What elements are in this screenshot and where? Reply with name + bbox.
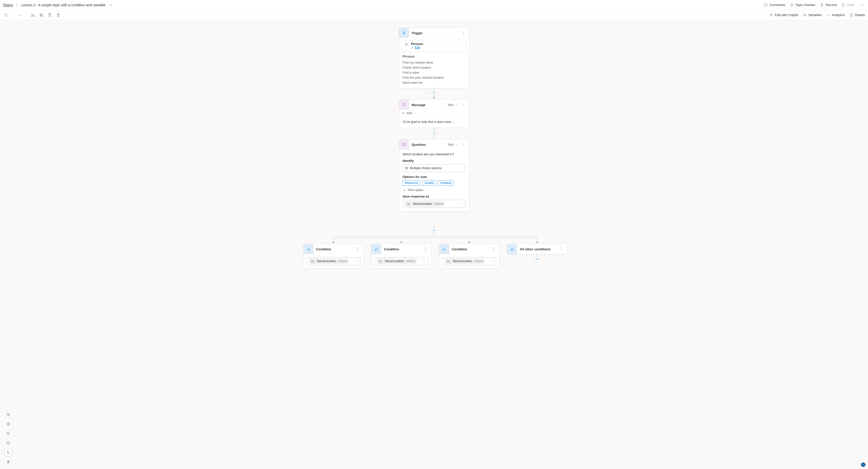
paste-button[interactable] xyxy=(47,12,53,18)
message-text[interactable]: I'd be glad to help find a store near… xyxy=(399,116,469,128)
fit-view-button[interactable] xyxy=(4,420,12,428)
top-actions: Comments Topic checker Test bot Save xyxy=(764,2,865,8)
people-chat-icon xyxy=(404,43,408,47)
separator xyxy=(12,12,13,18)
svg-point-59 xyxy=(561,249,562,249)
pan-tool-button[interactable] xyxy=(4,459,12,466)
history-dropdown[interactable] xyxy=(17,12,22,18)
cut-button[interactable] xyxy=(30,12,36,18)
node-trigger-more[interactable] xyxy=(460,30,466,35)
identify-field[interactable]: Multiple choice options xyxy=(403,164,465,172)
delete-button[interactable] xyxy=(55,12,61,18)
node-condition-title: Condition xyxy=(452,247,488,251)
svg-point-48 xyxy=(426,247,426,248)
condition-variable-field[interactable]: {x} StoreLocation choice xyxy=(306,257,360,265)
help-button[interactable]: i xyxy=(861,463,866,467)
phrase-list-heading: Phrases xyxy=(403,54,465,59)
variable-type: choice xyxy=(406,259,415,263)
add-node-button[interactable] xyxy=(534,256,540,262)
node-question-more[interactable] xyxy=(460,142,466,147)
copilot-label: Edit with Copilot xyxy=(775,13,798,17)
option-chip[interactable]: Kirkland xyxy=(438,180,453,186)
connector xyxy=(434,87,434,90)
node-condition[interactable]: Condition {x} StoreLocation choice xyxy=(439,244,499,268)
node-message[interactable]: Message Text Add I'd be glad to help fin… xyxy=(399,100,469,128)
node-other-conditions[interactable]: All other conditions xyxy=(507,244,567,254)
comments-label: Comments xyxy=(769,3,785,7)
variable-icon: {x} xyxy=(406,202,411,206)
svg-point-4 xyxy=(862,5,862,5)
node-trigger[interactable]: Trigger Phrases Edit Phrases xyxy=(399,28,469,89)
test-bot-button[interactable]: Test bot xyxy=(820,3,837,7)
select-tool-button[interactable] xyxy=(4,449,12,457)
node-condition-more[interactable] xyxy=(423,246,429,252)
option-chip[interactable]: Seattle xyxy=(422,180,436,186)
option-chip[interactable]: Redmond xyxy=(403,180,420,186)
chat-icon xyxy=(399,100,409,110)
variable-name: StoreLocation xyxy=(453,259,472,263)
node-message-more[interactable] xyxy=(460,102,466,107)
svg-line-70 xyxy=(9,434,10,435)
variable-pill: {x} StoreLocation choice xyxy=(309,258,349,264)
node-other-title: All other conditions xyxy=(520,247,556,251)
phrases-edit-link[interactable]: Edit xyxy=(411,46,423,49)
new-option-button[interactable]: New option xyxy=(403,188,465,192)
overflow-button[interactable] xyxy=(859,2,865,8)
zoom-in-button[interactable] xyxy=(4,411,12,418)
add-node-button[interactable] xyxy=(431,228,437,233)
node-header: Condition xyxy=(303,244,363,254)
message-add-label: Add xyxy=(406,111,412,115)
svg-point-41 xyxy=(307,250,308,250)
connector xyxy=(434,128,434,131)
variable-icon: {x} xyxy=(310,259,315,263)
add-node-button[interactable] xyxy=(431,90,437,95)
breadcrumb-dropdown[interactable] xyxy=(109,3,113,7)
branch-icon xyxy=(507,244,517,254)
svg-point-50 xyxy=(426,250,426,250)
copilot-button[interactable]: Edit with Copilot xyxy=(769,13,798,17)
authoring-canvas[interactable]: Trigger Phrases Edit Phrases xyxy=(220,20,648,297)
zoom-out-button[interactable] xyxy=(4,430,12,437)
condition-variable-field[interactable]: {x} StoreLocation choice xyxy=(374,257,428,265)
question-text[interactable]: Which location are you interested in? xyxy=(403,153,465,156)
analytics-button[interactable]: Analytics xyxy=(826,13,845,17)
phrases-card[interactable]: Phrases Edit xyxy=(402,40,466,52)
node-condition-more[interactable] xyxy=(491,246,497,252)
branch-icon xyxy=(439,244,450,254)
svg-point-22 xyxy=(463,103,464,104)
canvas-viewport[interactable]: Trigger Phrases Edit Phrases xyxy=(0,20,868,469)
node-condition[interactable]: Condition {x} StoreLocation choice xyxy=(303,244,364,268)
svg-rect-35 xyxy=(405,168,406,169)
node-other-more[interactable] xyxy=(559,246,565,252)
question-kind-dropdown[interactable]: Text xyxy=(447,143,458,146)
message-kind-dropdown[interactable]: Text xyxy=(447,103,458,107)
breadcrumb: Topics Lesson 2 - A simple topic with a … xyxy=(3,3,113,7)
options-chips: Redmond Seattle Kirkland xyxy=(403,180,465,186)
arrow-down-icon xyxy=(468,242,470,243)
node-condition[interactable]: Condition {x} StoreLocation choice xyxy=(371,244,432,268)
add-node-button[interactable] xyxy=(431,131,437,136)
reset-zoom-button[interactable] xyxy=(4,439,12,447)
variables-button[interactable]: Variables xyxy=(803,13,822,17)
svg-point-51 xyxy=(443,250,444,250)
comments-button[interactable]: Comments xyxy=(764,3,785,7)
message-add-button[interactable]: Add xyxy=(399,110,469,116)
topic-checker-button[interactable]: Topic checker xyxy=(790,3,815,7)
breadcrumb-title: Lesson 2 - A simple topic with a conditi… xyxy=(21,3,105,7)
node-question[interactable]: Question Text Which location are you int… xyxy=(399,139,469,212)
variable-pill: {x} StoreLocation choice xyxy=(377,258,416,264)
svg-point-31 xyxy=(463,144,464,145)
save-button[interactable]: Save xyxy=(841,3,855,7)
condition-variable-field[interactable]: {x} StoreLocation choice xyxy=(442,257,496,265)
svg-point-45 xyxy=(358,250,358,250)
question-icon xyxy=(399,139,409,149)
breadcrumb-root[interactable]: Topics xyxy=(3,3,13,7)
variable-type: choice xyxy=(338,259,347,263)
new-option-label: New option xyxy=(408,188,424,192)
node-condition-more[interactable] xyxy=(355,246,361,252)
details-button[interactable]: Details xyxy=(849,13,865,17)
undo-button[interactable] xyxy=(3,12,9,18)
save-response-field[interactable]: {x} StoreLocation choice xyxy=(403,200,465,208)
copy-button[interactable] xyxy=(38,12,44,18)
arrow-down-icon xyxy=(400,242,402,243)
